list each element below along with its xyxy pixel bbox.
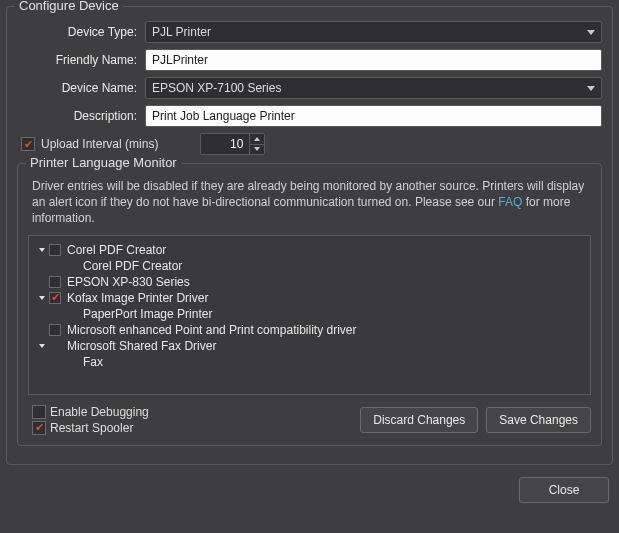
tree-checkbox[interactable]	[49, 292, 61, 304]
tree-row[interactable]: Corel PDF Creator	[33, 258, 586, 274]
tree-row[interactable]: Fax	[33, 354, 586, 370]
chevron-down-icon	[39, 248, 45, 252]
device-type-value: PJL Printer	[152, 25, 211, 39]
tree-label: Fax	[83, 355, 103, 369]
restart-spooler-label: Restart Spooler	[50, 421, 133, 435]
tree-row[interactable]: EPSON XP-830 Series	[33, 274, 586, 290]
arrow-down-icon	[254, 147, 260, 151]
upload-interval-spinner[interactable]: 10	[200, 133, 265, 155]
configure-device-title: Configure Device	[15, 0, 123, 13]
monitor-info-text: Driver entries will be disabled if they …	[28, 178, 591, 227]
tree-label: Corel PDF Creator	[83, 259, 182, 273]
save-changes-button[interactable]: Save Changes	[486, 407, 591, 433]
tree-checkbox[interactable]	[49, 324, 61, 336]
friendly-name-input[interactable]: PJLPrinter	[145, 49, 602, 71]
chevron-down-icon	[39, 344, 45, 348]
tree-row[interactable]: Microsoft enhanced Point and Print compa…	[33, 322, 586, 338]
printer-language-monitor-title: Printer Language Monitor	[26, 155, 181, 170]
tree-checkbox[interactable]	[49, 244, 61, 256]
upload-interval-checkbox[interactable]	[21, 137, 35, 151]
discard-changes-button[interactable]: Discard Changes	[360, 407, 478, 433]
tree-row[interactable]: Corel PDF Creator	[33, 242, 586, 258]
device-name-select[interactable]: EPSON XP-7100 Series	[145, 77, 602, 99]
configure-device-group: Configure Device Device Type: PJL Printe…	[6, 6, 613, 465]
device-name-value: EPSON XP-7100 Series	[152, 81, 281, 95]
tree-expander[interactable]	[37, 248, 47, 252]
tree-expander[interactable]	[37, 296, 47, 300]
spinner-down-button[interactable]	[250, 145, 264, 155]
device-name-label: Device Name:	[17, 81, 145, 95]
device-type-select[interactable]: PJL Printer	[145, 21, 602, 43]
tree-label: EPSON XP-830 Series	[67, 275, 190, 289]
arrow-up-icon	[254, 137, 260, 141]
tree-label: Microsoft Shared Fax Driver	[67, 339, 216, 353]
tree-label: PaperPort Image Printer	[83, 307, 212, 321]
tree-label: Microsoft enhanced Point and Print compa…	[67, 323, 356, 337]
tree-label: Corel PDF Creator	[67, 243, 166, 257]
chevron-down-icon	[587, 86, 595, 91]
enable-debugging-label: Enable Debugging	[50, 405, 149, 419]
spinner-up-button[interactable]	[250, 134, 264, 145]
description-label: Description:	[17, 109, 145, 123]
enable-debugging-checkbox[interactable]	[32, 405, 46, 419]
tree-expander[interactable]	[37, 344, 47, 348]
friendly-name-label: Friendly Name:	[17, 53, 145, 67]
driver-tree[interactable]: Corel PDF CreatorCorel PDF CreatorEPSON …	[28, 235, 591, 395]
close-button[interactable]: Close	[519, 477, 609, 503]
tree-checkbox[interactable]	[49, 276, 61, 288]
restart-spooler-checkbox[interactable]	[32, 421, 46, 435]
tree-row[interactable]: Microsoft Shared Fax Driver	[33, 338, 586, 354]
faq-link[interactable]: FAQ	[498, 195, 522, 209]
tree-row[interactable]: PaperPort Image Printer	[33, 306, 586, 322]
description-input[interactable]: Print Job Language Printer	[145, 105, 602, 127]
friendly-name-value: PJLPrinter	[152, 53, 208, 67]
chevron-down-icon	[39, 296, 45, 300]
tree-label: Kofax Image Printer Driver	[67, 291, 208, 305]
upload-interval-value: 10	[201, 134, 249, 154]
description-value: Print Job Language Printer	[152, 109, 295, 123]
printer-language-monitor-group: Printer Language Monitor Driver entries …	[17, 163, 602, 446]
chevron-down-icon	[587, 30, 595, 35]
upload-interval-label: Upload Interval (mins)	[41, 137, 158, 151]
device-type-label: Device Type:	[17, 25, 145, 39]
tree-row[interactable]: Kofax Image Printer Driver	[33, 290, 586, 306]
